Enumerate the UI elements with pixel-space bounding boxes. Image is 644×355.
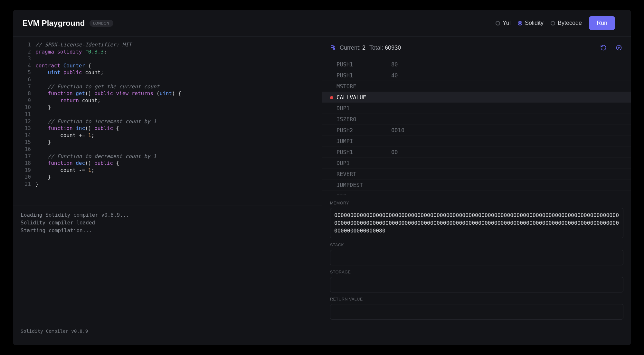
- code-text: count -= 1;: [35, 167, 94, 174]
- code-text: [35, 146, 39, 153]
- gas-total-label: Total:: [369, 44, 383, 51]
- code-line: 17 // Function to decrement count by 1: [13, 153, 322, 160]
- return-label: RETURN VALUE: [330, 297, 623, 301]
- code-text: function get() public view returns (uint…: [35, 90, 181, 97]
- memory-value: 0000000000000000000000000000000000000000…: [330, 208, 623, 238]
- opcode-row[interactable]: PUSH140: [322, 70, 631, 81]
- memory-label: MEMORY: [330, 201, 623, 205]
- code-line: 7 // Function to get the current count: [13, 83, 322, 90]
- opcode-row[interactable]: DUP1: [322, 158, 631, 169]
- header-left: EVM Playground LONDON: [23, 19, 113, 28]
- code-line: 4contract Counter {: [13, 62, 322, 69]
- line-number: 17: [13, 153, 35, 160]
- stack-value: [330, 250, 623, 265]
- line-number: 8: [13, 90, 35, 97]
- code-text: }: [35, 181, 39, 188]
- radio-label: Solidity: [525, 20, 544, 26]
- code-text: function inc() public {: [35, 125, 119, 132]
- opcode-name: PUSH1: [336, 149, 391, 155]
- app-window: EVM Playground LONDON YulSolidityBytecod…: [13, 10, 631, 345]
- vm-state: MEMORY 000000000000000000000000000000000…: [322, 194, 631, 345]
- lang-radio-yul[interactable]: Yul: [496, 20, 511, 26]
- line-number: 19: [13, 167, 35, 174]
- stack-label: STACK: [330, 243, 623, 247]
- opcode-row[interactable]: PUSH180: [322, 59, 631, 70]
- code-line: 16: [13, 146, 322, 153]
- code-editor[interactable]: 1// SPDX-License-Identifier: MIT2pragma …: [13, 37, 322, 205]
- page-title: EVM Playground: [23, 19, 85, 28]
- radio-dot-icon: [496, 21, 500, 25]
- line-number: 10: [13, 104, 35, 111]
- opcode-row[interactable]: JUMPDEST: [322, 180, 631, 191]
- line-number: 14: [13, 132, 35, 139]
- code-line: 6: [13, 76, 322, 83]
- gas-pump-icon: [330, 45, 336, 51]
- lang-radio-solidity[interactable]: Solidity: [518, 20, 544, 26]
- opcode-arg: 00: [391, 149, 398, 155]
- code-line: 1// SPDX-License-Identifier: MIT: [13, 41, 322, 48]
- lang-radio-bytecode[interactable]: Bytecode: [551, 20, 582, 26]
- header: EVM Playground LONDON YulSolidityBytecod…: [13, 10, 631, 37]
- opcode-row[interactable]: PUSH100: [322, 147, 631, 158]
- code-line: 13 function inc() public {: [13, 125, 322, 132]
- opcode-name: PUSH2: [336, 127, 391, 133]
- reset-button[interactable]: [599, 43, 608, 52]
- code-text: contract Counter {: [35, 62, 91, 69]
- storage-section: STORAGE: [330, 270, 623, 292]
- run-button[interactable]: Run: [589, 16, 615, 30]
- code-line: 11: [13, 111, 322, 118]
- code-line: 12 // Function to increment count by 1: [13, 118, 322, 125]
- opcode-row[interactable]: CALLVALUE: [322, 92, 631, 103]
- gas-current: Current: 2: [340, 44, 365, 51]
- opcode-row[interactable]: ISZERO: [322, 114, 631, 125]
- radio-label: Bytecode: [558, 20, 582, 26]
- line-number: 2: [13, 48, 35, 55]
- code-line: 19 count -= 1;: [13, 167, 322, 174]
- console-panel: Loading Solidity compiler v0.8.9...Solid…: [13, 205, 322, 345]
- code-line: 8 function get() public view returns (ui…: [13, 90, 322, 97]
- code-text: // Function to get the current count: [35, 83, 159, 90]
- line-number: 12: [13, 118, 35, 125]
- line-number: 9: [13, 97, 35, 104]
- debugger-controls: [599, 43, 623, 52]
- code-line: 15 }: [13, 139, 322, 146]
- console-lines: Loading Solidity compiler v0.8.9...Solid…: [21, 211, 314, 234]
- step-button[interactable]: [614, 43, 623, 52]
- opcode-row[interactable]: MSTORE: [322, 81, 631, 92]
- opcode-name: MSTORE: [336, 83, 391, 90]
- opcode-row[interactable]: POP: [322, 191, 631, 194]
- compiler-version-label: Solidity Compiler v0.8.9: [21, 329, 314, 334]
- opcode-name: DUP1: [336, 160, 391, 166]
- opcode-name: PUSH1: [336, 72, 391, 79]
- code-line: 20 }: [13, 173, 322, 181]
- code-line: 3: [13, 55, 322, 62]
- code-text: function dec() public {: [35, 160, 119, 167]
- return-section: RETURN VALUE: [330, 297, 623, 320]
- storage-label: STORAGE: [330, 270, 623, 274]
- opcode-list[interactable]: PUSH180PUSH140MSTORECALLVALUEDUP1ISZEROP…: [322, 59, 631, 194]
- line-number: 18: [13, 160, 35, 167]
- console-line: Loading Solidity compiler v0.8.9...: [21, 211, 314, 219]
- opcode-name: ISZERO: [336, 116, 391, 123]
- line-number: 16: [13, 146, 35, 153]
- opcode-row[interactable]: JUMPI: [322, 136, 631, 147]
- opcode-row[interactable]: DUP1: [322, 103, 631, 114]
- code-text: [35, 76, 39, 83]
- radio-dot-icon: [518, 21, 522, 25]
- opcode-arg: 80: [391, 61, 398, 68]
- line-number: 3: [13, 55, 35, 62]
- code-text: }: [35, 104, 51, 111]
- console-line: Starting compilation...: [21, 227, 314, 234]
- opcode-name: DUP1: [336, 105, 391, 112]
- svg-marker-1: [618, 47, 620, 49]
- opcode-name: PUSH1: [336, 61, 391, 68]
- body: 1// SPDX-License-Identifier: MIT2pragma …: [13, 37, 631, 345]
- code-text: // SPDX-License-Identifier: MIT: [35, 41, 132, 48]
- opcode-arg: 0010: [391, 127, 404, 133]
- code-line: 2pragma solidity ^0.8.3;: [13, 48, 322, 55]
- code-text: [35, 55, 39, 62]
- opcode-row[interactable]: REVERT: [322, 169, 631, 180]
- hardfork-badge: LONDON: [90, 20, 113, 27]
- line-number: 20: [13, 173, 35, 181]
- opcode-row[interactable]: PUSH20010: [322, 125, 631, 136]
